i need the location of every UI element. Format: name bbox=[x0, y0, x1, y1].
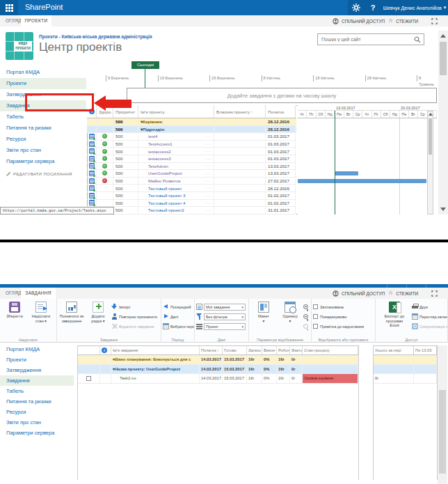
group-row[interactable]: 500▾Підрозділ:28.12.2016 bbox=[87, 126, 296, 134]
row-checkbox[interactable] bbox=[86, 376, 91, 381]
project-site-icon[interactable] bbox=[89, 141, 95, 147]
ellipsis-menu[interactable]: ··· bbox=[205, 194, 211, 198]
ellipsis-menu[interactable]: ··· bbox=[205, 134, 211, 139]
user-menu[interactable]: Шевчук Денис Анатолійов ▾ bbox=[381, 0, 448, 15]
ellipsis-menu[interactable]: ··· bbox=[205, 164, 211, 168]
search-icon[interactable] bbox=[414, 36, 421, 43]
reassign-button[interactable]: Повторно призначити bbox=[111, 312, 157, 321]
group-row[interactable]: ▾Вікно планування: Виконується для с14.0… bbox=[78, 355, 358, 365]
next-button[interactable]: Далі bbox=[163, 312, 195, 321]
task-link[interactable]: Task2 bbox=[120, 376, 130, 380]
ellipsis-menu[interactable]: ··· bbox=[205, 179, 211, 183]
settings-button[interactable] bbox=[348, 0, 365, 15]
project-link[interactable]: Тестовый проект2 bbox=[148, 208, 184, 212]
ellipsis-menu[interactable]: ··· bbox=[205, 186, 211, 190]
sidebar-item[interactable]: Портал КМДА bbox=[0, 344, 74, 354]
sidebar-item[interactable]: Параметри сервера bbox=[0, 428, 74, 438]
tab-overview[interactable]: ОГЛЯД bbox=[6, 288, 22, 299]
project-link[interactable]: TestAccess1 bbox=[148, 141, 173, 146]
gantt-bar[interactable] bbox=[298, 179, 426, 183]
ellipsis-menu[interactable]: ··· bbox=[205, 149, 211, 153]
sidebar-item[interactable]: Питання та ризики bbox=[0, 123, 86, 134]
column-header-start[interactable]: Початок bbox=[266, 105, 296, 118]
scrollbar-thumb[interactable] bbox=[440, 42, 447, 75]
scrollbar-thumb[interactable] bbox=[429, 118, 432, 155]
sidebar-item[interactable]: Ресурси bbox=[0, 134, 86, 145]
sidebar-item[interactable]: Звіти про стан bbox=[0, 417, 74, 428]
delete-task-button[interactable]: Видалити завдання bbox=[111, 322, 157, 331]
sidebar-item[interactable]: Питання та ризики bbox=[0, 396, 74, 407]
sidebar-item[interactable]: Проекти bbox=[0, 354, 74, 365]
scrollbar-thumb[interactable] bbox=[439, 390, 446, 474]
gantt-scrollbar[interactable] bbox=[427, 111, 433, 214]
app-launcher-button[interactable] bbox=[0, 0, 18, 15]
project-site-icon[interactable] bbox=[89, 200, 95, 205]
project-link[interactable]: Майно Розвиток bbox=[148, 178, 180, 183]
sidebar-item[interactable]: Проекти bbox=[0, 78, 86, 89]
project-site-icon[interactable] bbox=[89, 134, 95, 139]
filter-select[interactable]: Без фільтра▾ bbox=[204, 313, 246, 320]
column-header[interactable]: Пн 13.03 bbox=[414, 346, 437, 354]
share-button[interactable]: СПІЛЬНИЙ ДОСТУП bbox=[333, 15, 385, 26]
follow-button[interactable]: ☆ СТЕЖИТИ bbox=[388, 288, 418, 299]
layout-button[interactable]: Макет ▾ bbox=[250, 300, 277, 323]
sidebar-item[interactable]: Завдання bbox=[0, 375, 74, 386]
column-header-owner[interactable]: Власник проекту ↑ bbox=[214, 105, 266, 118]
gantt-bar[interactable] bbox=[335, 171, 358, 175]
column-header[interactable]: Ім'я завдання bbox=[111, 346, 200, 354]
project-row[interactable]: 500Тестовый проект···28.12.2016 bbox=[87, 185, 296, 192]
project-site-icon[interactable] bbox=[89, 148, 95, 154]
page-scrollbar[interactable] bbox=[438, 345, 447, 484]
column-header[interactable]: Початок ↑ bbox=[200, 346, 223, 354]
select-period-button[interactable]: Вибрати період bbox=[163, 322, 195, 331]
save-button[interactable]: Зберегти bbox=[1, 300, 28, 323]
group-row[interactable]: 500▾Керівник:28.12.2016 bbox=[87, 118, 296, 126]
project-row[interactable]: 500TetsAdmin···13.03.2017 bbox=[87, 163, 296, 171]
column-header[interactable] bbox=[78, 346, 100, 354]
import-button[interactable]: Імпорт bbox=[111, 302, 157, 311]
ellipsis-menu[interactable]: ··· bbox=[205, 142, 211, 146]
column-header[interactable]: Готово bbox=[223, 346, 247, 354]
outlook-sync-button[interactable]: OСинхронізація з Outlook bbox=[412, 322, 448, 331]
ellipsis-menu[interactable]: ··· bbox=[205, 201, 211, 205]
timeline-empty-band[interactable]: Додайте завдання з датами на часову шкал… bbox=[127, 88, 437, 103]
group-by-select[interactable]: Проект▾ bbox=[204, 323, 246, 330]
project-link[interactable]: testaccess3 bbox=[148, 156, 171, 161]
sidebar-item[interactable]: Параметри сервера bbox=[0, 156, 86, 167]
grid-splitter[interactable] bbox=[358, 345, 374, 480]
site-logo[interactable]: КМДА ПРОЕКТИ bbox=[6, 32, 33, 60]
project-site-icon[interactable] bbox=[89, 163, 95, 169]
page-scrollbar[interactable] bbox=[438, 31, 448, 214]
project-link[interactable]: test4 bbox=[148, 134, 157, 139]
project-link[interactable]: Тестовый проект 4 bbox=[148, 201, 186, 205]
ellipsis-menu[interactable]: ··· bbox=[205, 157, 211, 161]
timephased-cell[interactable]: 0г bbox=[374, 374, 414, 383]
print-button[interactable]: Друк bbox=[412, 302, 448, 311]
project-site-icon[interactable] bbox=[89, 185, 95, 191]
column-header[interactable]: Робоч bbox=[277, 346, 290, 354]
ellipsis-menu[interactable]: ··· bbox=[205, 208, 211, 212]
project-link[interactable]: TetsAdmin bbox=[148, 164, 168, 169]
zoom-out-button[interactable] bbox=[303, 312, 308, 321]
project-row[interactable]: 500TestAccess1···01.03.2017 bbox=[87, 141, 296, 148]
edit-links-button[interactable]: РЕДАГУВАТИ ПОСИЛАННЯ bbox=[6, 171, 72, 176]
mark-complete-button[interactable]: Позначити як завершене bbox=[58, 300, 85, 323]
export-excel-button[interactable]: XЕкспорт до програми Excel bbox=[377, 300, 412, 328]
task-row[interactable]: Task2нов14.03.201715.03.201716г0%16г0гОн… bbox=[78, 374, 358, 384]
follow-button[interactable]: ☆ СТЕЖИТИ bbox=[388, 15, 418, 26]
project-link[interactable]: UserGuideProject bbox=[148, 171, 182, 175]
send-status-button[interactable]: Надіслати стан ▾ bbox=[28, 300, 54, 323]
sidebar-item[interactable]: Портал КМДА bbox=[0, 67, 86, 78]
project-site-icon[interactable] bbox=[89, 178, 95, 184]
project-row[interactable]: 500Тестовый проект 3···01.02.2017 bbox=[87, 192, 296, 200]
ellipsis-menu[interactable]: ··· bbox=[205, 171, 211, 175]
project-row[interactable]: 500test4···01.03.2017 bbox=[87, 133, 296, 141]
checkbox-Запланована[interactable]: Запланована bbox=[313, 302, 364, 311]
column-header[interactable]: Залиш bbox=[247, 346, 262, 354]
sidebar-item[interactable]: Табель bbox=[0, 386, 74, 396]
search-input[interactable] bbox=[318, 37, 414, 42]
units-button[interactable]: Одиниці ▾ bbox=[277, 300, 303, 323]
zoom-fit-button[interactable] bbox=[303, 322, 308, 331]
sidebar-item[interactable]: Затвердження bbox=[0, 365, 74, 375]
tab-tasks[interactable]: ЗАВДАННЯ bbox=[21, 288, 56, 299]
